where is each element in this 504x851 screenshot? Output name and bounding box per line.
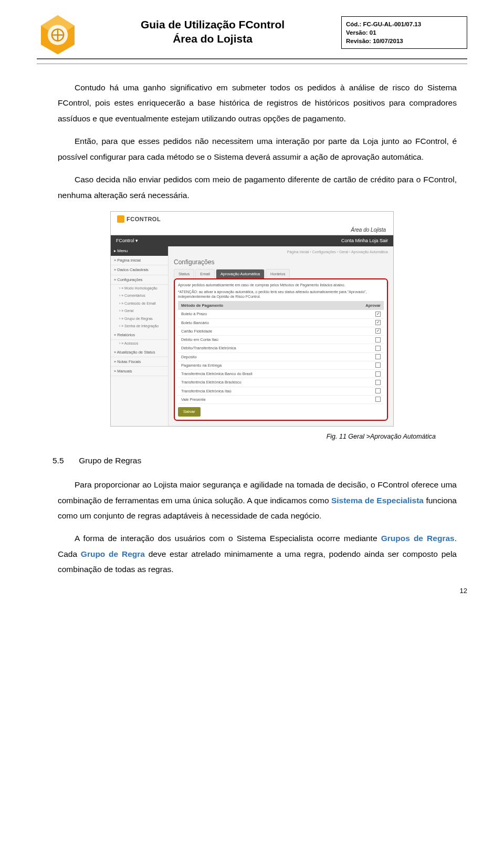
body-text: Contudo há uma ganho significativo em su…: [37, 80, 467, 203]
fcontrol-logo-icon: [37, 13, 79, 55]
sidebar-subitem[interactable]: › » Grupo de Regras: [111, 315, 168, 323]
embedded-screenshot: FCONTROL Área do Lojista FControl ▾ Cont…: [110, 211, 394, 427]
sidebar-item[interactable]: » Notas Fiscais: [111, 357, 168, 367]
method-cell: Cartão Fidelidade: [181, 328, 375, 334]
save-button[interactable]: Salvar: [178, 407, 201, 417]
ss-note-2: *ATENÇÃO: ao ativar a aprovação automáti…: [178, 289, 384, 299]
paragraph-5: A forma de interação dos usuários com o …: [58, 531, 457, 577]
paragraph-3: Caso decida não enviar pedidos com meio …: [58, 172, 457, 203]
page-number: 12: [460, 586, 467, 596]
meta-cod: Cód.: FC-GU-AL-001/07.13: [346, 20, 463, 28]
highlight-grupos-regras: Grupos de Regras: [381, 534, 455, 543]
th-method: Método de Pagamento: [181, 303, 365, 308]
sidebar-item[interactable]: » Atualização de Status: [111, 348, 168, 357]
sidebar-subitem[interactable]: › » Comentários: [111, 292, 168, 300]
sidebar-subitem[interactable]: › » Geral: [111, 307, 168, 315]
doc-title: Guia de Utilização FControl Área do Loji…: [84, 13, 341, 46]
sidebar-subitem[interactable]: › » Modo Homologação: [111, 285, 168, 293]
approve-checkbox[interactable]: [375, 354, 381, 359]
ss-brand: FCONTROL: [127, 215, 161, 224]
sidebar-item[interactable]: » Manuais: [111, 367, 168, 376]
tab-horarios[interactable]: Horários: [266, 269, 290, 278]
table-row: Cartão Fidelidade: [178, 327, 384, 336]
approve-checkbox[interactable]: [375, 328, 381, 334]
paragraph-4: Para proporcionar ao Lojista maior segur…: [58, 477, 457, 523]
table-row: Boleto à Prazo: [178, 310, 384, 318]
method-cell: Boleto Bancário: [181, 320, 375, 326]
method-cell: Transferência Eletrônica Itaú: [181, 388, 375, 394]
sidebar-subitem[interactable]: › » Conteúdo de Email: [111, 300, 168, 308]
ss-bar-left[interactable]: FControl ▾: [116, 237, 138, 245]
table-row: Boleto Bancário: [178, 319, 384, 327]
table-row: Débito em Conta Itaú: [178, 336, 384, 344]
sidebar-item[interactable]: » Relatórios: [111, 330, 168, 340]
table-row: Depósito: [178, 353, 384, 361]
approve-checkbox[interactable]: [375, 362, 381, 368]
th-approve: Aprovar: [365, 303, 381, 308]
meta-revisao: Revisão: 10/07/2013: [346, 37, 463, 45]
table-row: Transferência Eletrônica Banco do Brasil: [178, 370, 384, 378]
tab-email[interactable]: Email: [195, 269, 215, 278]
ss-tabs: Status Email Aprovação Automática Horári…: [174, 269, 388, 278]
ss-bar-right[interactable]: Conta Minha Loja Sair: [341, 237, 388, 245]
method-cell: Pagamento na Entrega: [181, 362, 375, 368]
section-number: 5.5: [52, 454, 77, 466]
method-cell: Transferência Eletrônica Bradesco: [181, 379, 375, 385]
method-cell: Débito/Transferência Eletrônica: [181, 345, 375, 351]
ss-note-1: Aprovar pedidos automaticamente em caso …: [178, 283, 384, 287]
approve-checkbox[interactable]: [375, 320, 381, 325]
method-cell: Transferência Eletrônica Banco do Brasil: [181, 371, 375, 377]
paragraph-2: Então, para que esses pedidos não necess…: [58, 133, 457, 164]
page-header: Guia de Utilização FControl Área do Loji…: [37, 13, 467, 59]
approve-checkbox[interactable]: [375, 371, 381, 377]
ss-main-title: Configurações: [174, 257, 388, 267]
ss-breadcrumb: Página Inicial › Configurações › Geral ›…: [174, 250, 388, 255]
table-row: Vale Presente: [178, 396, 384, 404]
approve-checkbox[interactable]: [375, 397, 381, 402]
method-cell: Depósito: [181, 354, 375, 360]
sidebar-subitem[interactable]: › » Senha de Integração: [111, 323, 168, 330]
title-line-2: Área do Lojista: [173, 33, 253, 45]
meta-versao: Versão: 01: [346, 28, 463, 37]
header-divider: [37, 64, 467, 64]
table-row: Pagamento na Entrega: [178, 361, 384, 370]
method-cell: Boleto à Prazo: [181, 311, 375, 317]
sidebar-subitem[interactable]: › » Acessos: [111, 340, 168, 348]
section-heading: 5.5 Grupo de Regras: [52, 454, 467, 466]
section-title: Grupo de Regras: [79, 456, 141, 465]
title-line-1: Guia de Utilização FControl: [141, 18, 285, 30]
ss-highlight-panel: Aprovar pedidos automaticamente em caso …: [174, 278, 388, 421]
table-row: Transferência Eletrônica Bradesco: [178, 378, 384, 387]
approve-checkbox[interactable]: [375, 312, 381, 317]
approve-checkbox[interactable]: [375, 388, 381, 393]
approve-checkbox[interactable]: [375, 337, 381, 343]
approve-checkbox[interactable]: [375, 380, 381, 385]
method-cell: Vale Presente: [181, 397, 375, 402]
ss-area-label: Área do Lojista: [111, 226, 393, 235]
tab-aprovacao[interactable]: Aprovação Automática: [216, 269, 265, 278]
sidebar-item[interactable]: » Configurações: [111, 275, 168, 285]
method-cell: Débito em Conta Itaú: [181, 337, 375, 343]
ss-sidebar: ▸ Menu » Página Inicial » Dados Cadastra…: [111, 246, 169, 426]
figure-caption: Fig. 11 Geral >Aprovação Automática: [37, 432, 436, 442]
approve-checkbox[interactable]: [375, 346, 381, 351]
sidebar-item[interactable]: » Página Inicial: [111, 256, 168, 265]
highlight-sistema-especialista: Sistema de Especialista: [331, 496, 424, 505]
paragraph-1: Contudo há uma ganho significativo em su…: [58, 80, 457, 126]
table-row: Débito/Transferência Eletrônica: [178, 344, 384, 352]
ss-logo-icon: [117, 215, 124, 223]
sidebar-item[interactable]: » Dados Cadastrais: [111, 265, 168, 275]
table-row: Transferência Eletrônica Itaú: [178, 387, 384, 396]
tab-status[interactable]: Status: [174, 269, 194, 278]
doc-meta-box: Cód.: FC-GU-AL-001/07.13 Versão: 01 Revi…: [341, 16, 467, 49]
ss-menu-header: ▸ Menu: [111, 246, 168, 256]
highlight-grupo-regra: Grupo de Regra: [81, 549, 145, 558]
